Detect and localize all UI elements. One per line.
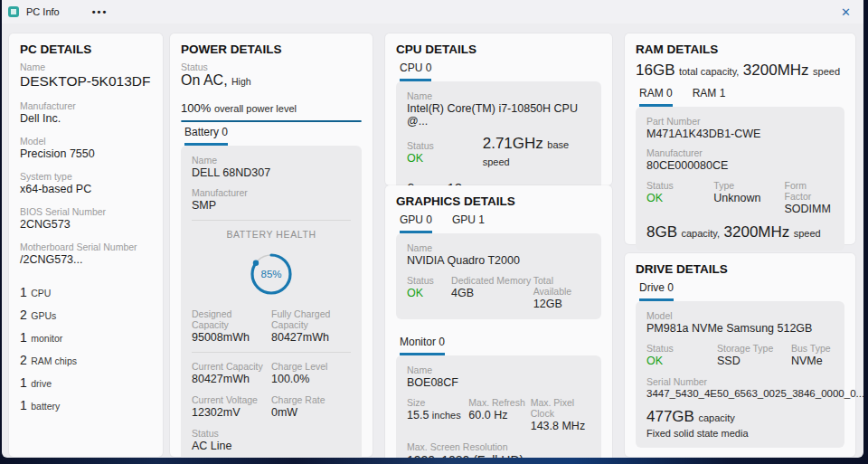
tab-gpu-1[interactable]: GPU 1 xyxy=(452,213,485,233)
status-ok-value: OK xyxy=(646,355,717,367)
tab-ram-1[interactable]: RAM 1 xyxy=(693,87,726,107)
monitor-resolution: Max. Screen Resolution 1920x1080 (Full H… xyxy=(407,441,590,458)
field-label: Charge Level xyxy=(271,361,351,372)
field-value: /2CNG573... xyxy=(20,253,152,266)
gpu-card: Name NVIDIA Quadro T2000 Status OK Dedic… xyxy=(396,233,601,319)
gpu-stats-row: Status OK Dedicated Memory 4GB Total Ava… xyxy=(407,275,590,310)
field-label: Serial Number xyxy=(646,376,834,387)
pc-field-mb-serial: Motherboard Serial Number /2CNG573... xyxy=(20,241,152,266)
cpu-details-panel: CPU DETAILS CPU 0 Name Intel(R) Core(TM)… xyxy=(385,33,612,185)
ram-tabs: RAM 0 RAM 1 xyxy=(639,87,844,107)
ram-speed-label: speed xyxy=(813,66,840,77)
field-label: System type xyxy=(20,171,152,182)
count-label: drive xyxy=(31,378,52,389)
drive-capacity-value: 477GB xyxy=(646,408,694,425)
monitor-max-refresh: Max. Refresh 60.0 Hz xyxy=(468,397,530,432)
tab-ram-0[interactable]: RAM 0 xyxy=(639,87,673,107)
gpu-status: Status OK xyxy=(407,275,451,310)
monitor-card: Name BOE08CF Size 15.5 inches Max. Refre… xyxy=(396,355,601,458)
size-unit: inches xyxy=(432,410,461,421)
status-ok-value: OK xyxy=(646,192,713,204)
graphics-details-title: GRAPHICS DETAILS xyxy=(396,194,601,208)
ram-mod-speed-value: 3200MHz xyxy=(724,223,790,241)
power-level-progress-bar xyxy=(181,120,362,122)
field-label: Size xyxy=(407,397,468,408)
tab-monitor-0[interactable]: Monitor 0 xyxy=(400,336,445,355)
count-label: GPUs xyxy=(31,310,56,321)
column-ram-drive: RAM DETAILS 16GB total capacity, 3200MHz… xyxy=(625,33,855,457)
battery-tabs: Battery 0 xyxy=(184,126,362,146)
field-label: Storage Type xyxy=(717,343,791,354)
power-level-value: 100% xyxy=(181,101,211,115)
pc-details-title: PC DETAILS xyxy=(20,43,152,56)
field-value: 15.5 inches xyxy=(407,409,468,421)
pc-field-system-type: System type x64-based PC xyxy=(20,171,152,195)
tab-cpu-0[interactable]: CPU 0 xyxy=(400,62,431,81)
cpu-name-label: Name xyxy=(407,90,590,101)
ram-stats-row: Status OK Type Unknown Form Factor SODIM… xyxy=(646,180,834,215)
field-value: 4GB xyxy=(451,287,533,299)
field-value: 12GB xyxy=(533,298,590,310)
monitor-name-value: BOE08CF xyxy=(407,376,590,389)
ram-total-label: total capacity, xyxy=(679,66,739,77)
charge-level: Charge Level 100.0% xyxy=(271,361,351,385)
drive-model-label: Model xyxy=(646,310,834,321)
field-value: 3447_5430_4E50_6563_0025_3846_0000_0... xyxy=(646,388,834,399)
count-value: 2 xyxy=(20,308,27,322)
field-label: Fully Charged Capacity xyxy=(271,308,351,330)
title-bar: PC Info ••• ✕ xyxy=(2,0,863,24)
tab-gpu-0[interactable]: GPU 0 xyxy=(400,213,432,233)
drive-details-title: DRIVE DETAILS xyxy=(636,262,844,276)
field-label: Bus Type xyxy=(791,343,831,354)
battery-name-value: DELL 68ND307 xyxy=(192,166,351,179)
drive-capacity-line: 477GB capacity xyxy=(646,408,834,426)
field-value: 80427mWh xyxy=(192,373,271,385)
monitor-size: Size 15.5 inches xyxy=(407,397,468,432)
gpu-dedicated-memory: Dedicated Memory 4GB xyxy=(451,275,533,310)
current-voltage: Current Voltage 12302mV xyxy=(192,394,271,419)
window-title: PC Info xyxy=(26,6,60,17)
close-icon[interactable]: ✕ xyxy=(837,5,854,20)
battery-current-row: Current Capacity 80427mWh Charge Level 1… xyxy=(192,361,351,385)
field-label: Name xyxy=(20,62,152,72)
app-icon xyxy=(8,6,19,17)
ram-details-title: RAM DETAILS xyxy=(636,43,844,56)
field-label: Total Available xyxy=(533,275,590,297)
status-ok-value: OK xyxy=(407,152,458,165)
power-status-value: On AC, High xyxy=(181,72,362,89)
power-level-line: 100% overall power level xyxy=(181,101,362,115)
field-value: 143.8 MHz xyxy=(531,420,590,432)
graphics-details-panel: GRAPHICS DETAILS GPU 0 GPU 1 Name NVIDIA… xyxy=(385,185,612,458)
count-ram-chips: 2 RAM chips xyxy=(20,352,152,368)
field-label: Charge Rate xyxy=(271,394,351,405)
power-details-title: POWER DETAILS xyxy=(181,43,362,56)
overflow-menu-icon[interactable]: ••• xyxy=(92,6,108,17)
count-gpus: 2 GPUs xyxy=(20,307,152,323)
ram-module-summary: 8GB capacity, 3200MHz speed xyxy=(646,223,834,241)
field-label: Manufacturer xyxy=(20,100,152,111)
field-value: Unknown xyxy=(713,192,784,204)
ram-status: Status OK xyxy=(646,180,713,215)
tab-battery-0[interactable]: Battery 0 xyxy=(184,126,228,146)
count-value: 2 xyxy=(20,353,27,367)
gpu-name-label: Name xyxy=(407,242,590,253)
field-value: DESKTOP-5K013DF xyxy=(20,73,152,90)
drive-storage-type: Storage Type SSD xyxy=(717,343,791,367)
field-value: 1920x1080 (Full HD) xyxy=(407,453,590,458)
cpu-tabs: CPU 0 xyxy=(400,62,601,81)
gpu-tabs: GPU 0 GPU 1 xyxy=(400,213,601,233)
divider xyxy=(192,352,351,353)
app-window: PC Info ••• ✕ PC DETAILS Name DESKTOP-5K… xyxy=(2,0,863,458)
count-label: RAM chips xyxy=(31,355,77,366)
field-value: 12302mV xyxy=(192,406,271,419)
ram-card: Part Number M471A1K43DB1-CWE Manufacture… xyxy=(636,107,844,251)
field-label: Type xyxy=(713,180,784,191)
tab-drive-0[interactable]: Drive 0 xyxy=(639,281,674,301)
monitor-name-label: Name xyxy=(407,365,590,375)
count-value: 1 xyxy=(20,398,27,412)
charge-rate: Charge Rate 0mW xyxy=(271,394,351,419)
fully-charged-capacity: Fully Charged Capacity 80427mWh xyxy=(271,308,351,344)
cpu-details-title: CPU DETAILS xyxy=(396,43,601,56)
power-level-label: overall power level xyxy=(214,103,297,114)
field-value: 60.0 Hz xyxy=(468,409,530,421)
